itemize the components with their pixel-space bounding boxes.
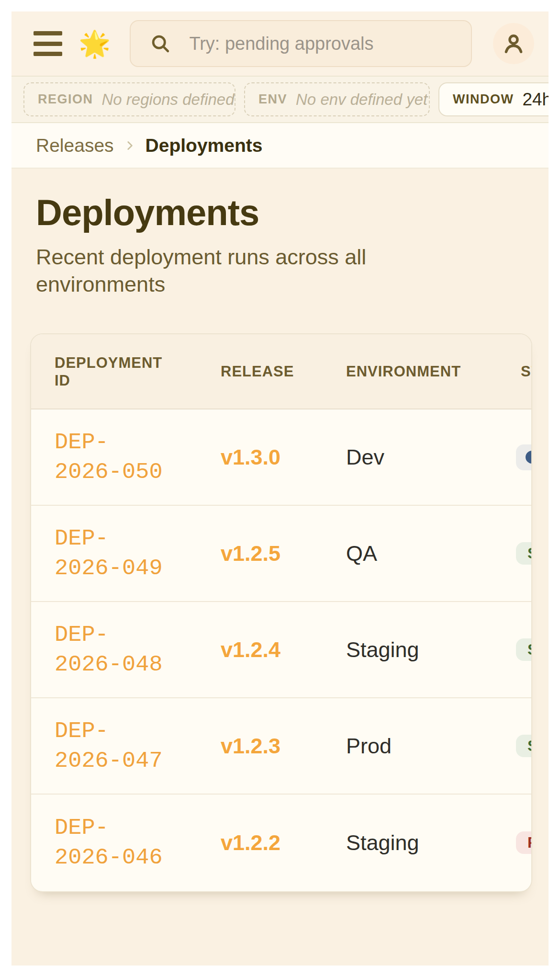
status-progress-circle-icon [526, 451, 532, 464]
deployment-id-link[interactable]: DEP-2026-047 [55, 716, 172, 776]
status-label: S [527, 545, 532, 562]
deployments-table: Deployment ID Release Environment Status… [31, 334, 532, 891]
column-header-environment: Environment [346, 363, 516, 380]
search-box[interactable] [130, 20, 472, 67]
environment-name: Dev [346, 445, 516, 470]
filter-bar: REGION No regions defined ENV No env def… [11, 76, 549, 123]
table-row: DEP-2026-049v1.2.5QAS [31, 506, 532, 602]
status-label: F [527, 834, 532, 852]
environment-name: Prod [346, 734, 516, 759]
deployments-table-card[interactable]: Deployment ID Release Environment Status… [30, 333, 532, 892]
avatar-button[interactable] [493, 23, 534, 64]
status-badge [516, 444, 532, 470]
deployment-id-link[interactable]: DEP-2026-048 [55, 620, 172, 680]
status-cell: F [516, 831, 532, 854]
hamburger-bar [34, 31, 62, 35]
deployment-id-link[interactable]: DEP-2026-046 [55, 813, 172, 873]
table-row: DEP-2026-048v1.2.4StagingS [31, 602, 532, 698]
app-logo-star-icon: 🌟 [78, 31, 111, 57]
app-shell: 🌟 REGION No regions defined ENV No env d… [11, 11, 549, 966]
table-row: DEP-2026-050v1.3.0Dev [31, 409, 532, 506]
table-body: DEP-2026-050v1.3.0DevDEP-2026-049v1.2.5Q… [31, 409, 532, 891]
window-filter-dropdown[interactable]: WINDOW 24h [438, 82, 549, 116]
release-version[interactable]: v1.2.5 [221, 541, 346, 566]
breadcrumb-releases-link[interactable]: Releases [36, 135, 114, 156]
status-badge: S [516, 542, 532, 565]
person-icon [501, 31, 526, 56]
top-bar: 🌟 [11, 11, 549, 76]
environment-name: QA [346, 541, 516, 566]
release-version[interactable]: v1.3.0 [221, 445, 346, 470]
breadcrumb: Releases Deployments [11, 123, 549, 169]
column-header-status: Status [516, 363, 532, 380]
status-badge: F [516, 831, 532, 854]
region-filter-chip[interactable]: REGION No regions defined [23, 82, 235, 116]
environment-name: Staging [346, 830, 516, 855]
status-badge: S [516, 735, 532, 757]
page-subtitle: Recent deployment runs across all enviro… [36, 243, 404, 298]
deployment-id-link[interactable]: DEP-2026-049 [55, 524, 172, 583]
search-input[interactable] [189, 34, 471, 54]
column-header-deployment-id: Deployment ID [55, 354, 167, 389]
hamburger-bar [34, 52, 62, 56]
deployment-id-link[interactable]: DEP-2026-050 [55, 428, 172, 487]
env-filter-chip[interactable]: ENV No env defined yet [244, 82, 430, 116]
page-title: Deployments [36, 194, 549, 231]
release-version[interactable]: v1.2.3 [221, 734, 346, 759]
release-version[interactable]: v1.2.4 [221, 637, 346, 662]
window-filter-label: WINDOW [453, 92, 514, 107]
status-cell: S [516, 735, 532, 757]
window-filter-value: 24h [522, 90, 549, 110]
status-cell: S [516, 638, 532, 661]
breadcrumb-current: Deployments [146, 135, 263, 156]
status-cell [516, 444, 532, 470]
hamburger-bar [34, 42, 62, 46]
status-cell: S [516, 542, 532, 565]
region-filter-label: REGION [38, 92, 93, 107]
status-badge: S [516, 638, 532, 661]
env-filter-label: ENV [258, 92, 287, 107]
env-filter-value: No env defined yet [296, 91, 427, 109]
release-version[interactable]: v1.2.2 [221, 830, 346, 855]
table-row: DEP-2026-047v1.2.3ProdS [31, 698, 532, 795]
status-label: S [527, 737, 532, 755]
hamburger-menu-icon[interactable] [34, 31, 62, 56]
environment-name: Staging [346, 637, 516, 662]
table-header-row: Deployment ID Release Environment Status [31, 334, 532, 409]
status-label: S [527, 641, 532, 659]
search-icon [150, 33, 171, 54]
main-content: Deployments Recent deployment runs acros… [11, 169, 549, 892]
table-row: DEP-2026-046v1.2.2StagingF [31, 795, 532, 891]
chevron-right-icon [123, 139, 136, 152]
region-filter-value: No regions defined [102, 91, 235, 109]
column-header-release: Release [221, 363, 346, 380]
